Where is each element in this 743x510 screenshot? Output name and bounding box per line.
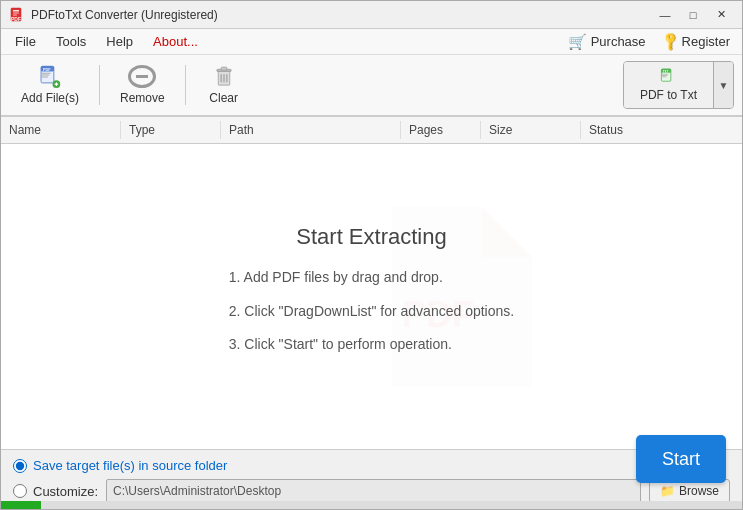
- progress-bar-fill: [1, 501, 41, 509]
- minimize-button[interactable]: —: [652, 5, 678, 25]
- svg-text:PDF: PDF: [11, 16, 21, 22]
- folder-icon: 📁: [660, 484, 675, 498]
- register-link[interactable]: 🔑 Register: [654, 31, 738, 52]
- menu-about[interactable]: About...: [143, 31, 208, 52]
- svg-text:PDF: PDF: [43, 68, 51, 72]
- register-label: Register: [682, 34, 730, 49]
- cart-icon: 🛒: [568, 33, 587, 51]
- instruction-step-3: 3. Click "Start" to perform operation.: [229, 335, 514, 355]
- toolbar-divider-2: [185, 65, 186, 105]
- remove-button[interactable]: Remove: [108, 59, 177, 111]
- remove-icon: [128, 65, 156, 88]
- clear-label: Clear: [209, 91, 238, 105]
- menu-file[interactable]: File: [5, 31, 46, 52]
- add-files-label: Add File(s): [21, 91, 79, 105]
- clear-icon: [210, 65, 238, 88]
- path-input[interactable]: [106, 479, 641, 503]
- window-title: PDFtoTxt Converter (Unregistered): [31, 8, 652, 22]
- menubar: File Tools Help About... 🛒 Purchase 🔑 Re…: [1, 29, 742, 55]
- toolbar: PDF Add File(s) Remove: [1, 55, 742, 117]
- titlebar: PDF PDFtoTxt Converter (Unregistered) — …: [1, 1, 742, 29]
- add-files-icon: PDF: [34, 65, 66, 88]
- drop-zone[interactable]: PDF Start Extracting 1. Add PDF files by…: [1, 144, 742, 449]
- col-path: Path: [221, 121, 401, 139]
- toolbar-divider-1: [99, 65, 100, 105]
- content-area: PDF Start Extracting 1. Add PDF files by…: [1, 144, 742, 509]
- titlebar-controls: — □ ✕: [652, 5, 734, 25]
- chevron-down-icon: ▼: [719, 80, 729, 91]
- customize-option[interactable]: Customize:: [13, 484, 98, 499]
- svg-rect-24: [662, 75, 668, 76]
- maximize-button[interactable]: □: [680, 5, 706, 25]
- col-name: Name: [1, 121, 121, 139]
- svg-rect-1: [13, 10, 19, 12]
- svg-rect-10: [42, 77, 48, 78]
- svg-rect-9: [42, 75, 50, 76]
- convert-button-group: TXT PDF to Txt ▼: [623, 61, 734, 109]
- save-target-radio[interactable]: [13, 459, 27, 473]
- svg-rect-25: [662, 77, 667, 78]
- convert-label: PDF to Txt: [640, 88, 697, 102]
- customize-radio[interactable]: [13, 484, 27, 498]
- svg-rect-23: [662, 74, 669, 75]
- purchase-link[interactable]: 🛒 Purchase: [560, 30, 654, 54]
- col-type: Type: [121, 121, 221, 139]
- svg-rect-13: [56, 82, 57, 86]
- svg-rect-8: [42, 73, 51, 74]
- app-icon: PDF: [9, 7, 25, 23]
- save-target-label: Save target file(s) in source folder: [33, 458, 227, 473]
- instructions-list: 1. Add PDF files by drag and drop. 2. Cl…: [229, 268, 514, 355]
- instruction-step-1: 1. Add PDF files by drag and drop.: [229, 268, 514, 288]
- progress-bar-container: [1, 501, 742, 509]
- instruction-step-2: 2. Click "DragDownList" for advanced opt…: [229, 302, 514, 322]
- main-window: PDF PDFtoTxt Converter (Unregistered) — …: [0, 0, 743, 510]
- save-target-option[interactable]: Save target file(s) in source folder: [13, 458, 227, 473]
- remove-label: Remove: [120, 91, 165, 105]
- key-icon: 🔑: [659, 31, 681, 53]
- bottom-bar: Save target file(s) in source folder Cus…: [1, 449, 742, 509]
- convert-main-button[interactable]: TXT PDF to Txt: [624, 62, 713, 108]
- table-header: Name Type Path Pages Size Status: [1, 117, 742, 144]
- menu-help[interactable]: Help: [96, 31, 143, 52]
- instructions-title: Start Extracting: [229, 224, 514, 250]
- clear-button[interactable]: Clear: [194, 59, 254, 111]
- customize-row: Customize: 📁 Browse: [13, 479, 730, 503]
- add-files-button[interactable]: PDF Add File(s): [9, 59, 91, 111]
- svg-text:TXT: TXT: [663, 70, 669, 74]
- start-button[interactable]: Start: [636, 435, 726, 483]
- close-button[interactable]: ✕: [708, 5, 734, 25]
- instructions: Start Extracting 1. Add PDF files by dra…: [229, 224, 514, 369]
- convert-dropdown-arrow[interactable]: ▼: [713, 62, 733, 108]
- save-target-row: Save target file(s) in source folder: [13, 458, 730, 473]
- col-status: Status: [581, 121, 742, 139]
- svg-rect-2: [13, 12, 19, 13]
- purchase-label: Purchase: [591, 34, 646, 49]
- col-pages: Pages: [401, 121, 481, 139]
- customize-label-text: Customize:: [33, 484, 98, 499]
- col-size: Size: [481, 121, 581, 139]
- pdf-to-txt-icon: TXT: [652, 68, 684, 85]
- browse-label: Browse: [679, 484, 719, 498]
- svg-rect-16: [221, 67, 227, 70]
- menu-tools[interactable]: Tools: [46, 31, 96, 52]
